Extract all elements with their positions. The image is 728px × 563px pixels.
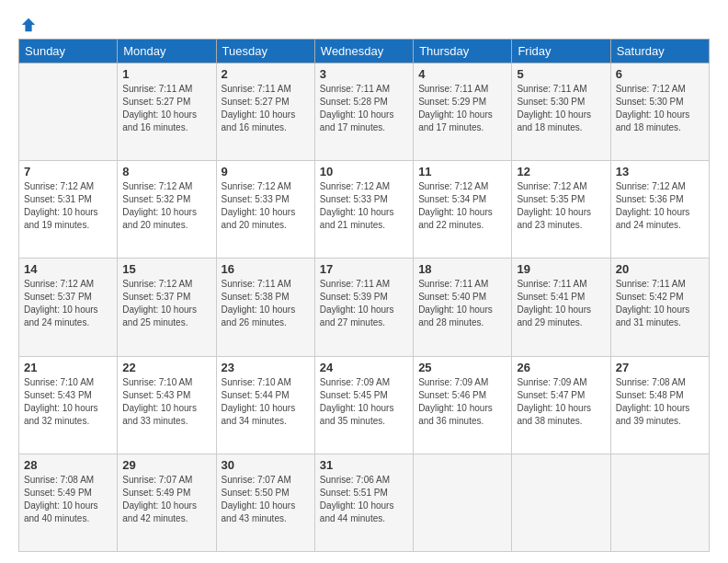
calendar-cell: 6Sunrise: 7:12 AM Sunset: 5:30 PM Daylig… [610, 63, 709, 161]
day-number: 21 [24, 361, 112, 374]
day-number: 30 [222, 458, 310, 472]
calendar-table: SundayMondayTuesdayWednesdayThursdayFrid… [18, 39, 710, 552]
calendar-cell: 8Sunrise: 7:12 AM Sunset: 5:32 PM Daylig… [118, 161, 216, 259]
day-number: 26 [517, 361, 605, 374]
day-number: 16 [222, 262, 310, 276]
day-number: 23 [222, 361, 310, 374]
calendar-day-header: Friday [512, 40, 610, 63]
day-number: 7 [24, 165, 112, 178]
calendar-cell: 30Sunrise: 7:07 AM Sunset: 5:50 PM Dayli… [216, 454, 314, 551]
calendar-cell: 14Sunrise: 7:12 AM Sunset: 5:37 PM Dayli… [19, 259, 118, 356]
calendar-cell [414, 454, 512, 551]
calendar-cell: 21Sunrise: 7:10 AM Sunset: 5:43 PM Dayli… [19, 356, 118, 454]
calendar-day-header: Saturday [610, 40, 709, 63]
calendar-cell: 15Sunrise: 7:12 AM Sunset: 5:37 PM Dayli… [118, 259, 216, 356]
day-number: 17 [320, 262, 408, 276]
calendar-week-row: 7Sunrise: 7:12 AM Sunset: 5:31 PM Daylig… [19, 161, 710, 259]
calendar-cell: 11Sunrise: 7:12 AM Sunset: 5:34 PM Dayli… [414, 161, 512, 259]
day-number: 19 [517, 262, 605, 276]
day-number: 15 [122, 262, 210, 276]
calendar-day-header: Monday [118, 40, 216, 63]
day-number: 1 [122, 67, 210, 81]
calendar-cell: 10Sunrise: 7:12 AM Sunset: 5:33 PM Dayli… [314, 161, 413, 259]
calendar-cell [610, 454, 709, 551]
day-number: 13 [616, 165, 704, 178]
day-info: Sunrise: 7:12 AM Sunset: 5:33 PM Dayligh… [320, 180, 408, 232]
day-info: Sunrise: 7:11 AM Sunset: 5:38 PM Dayligh… [222, 278, 310, 329]
day-info: Sunrise: 7:12 AM Sunset: 5:34 PM Dayligh… [418, 180, 506, 232]
calendar-cell: 18Sunrise: 7:11 AM Sunset: 5:40 PM Dayli… [414, 259, 512, 356]
day-number: 28 [24, 458, 112, 472]
day-number: 3 [320, 67, 408, 81]
day-info: Sunrise: 7:11 AM Sunset: 5:27 PM Dayligh… [222, 83, 310, 134]
day-info: Sunrise: 7:11 AM Sunset: 5:28 PM Dayligh… [320, 83, 408, 134]
day-info: Sunrise: 7:10 AM Sunset: 5:43 PM Dayligh… [24, 376, 112, 428]
day-number: 6 [616, 67, 704, 81]
calendar-cell [19, 63, 118, 161]
day-info: Sunrise: 7:11 AM Sunset: 5:39 PM Dayligh… [320, 278, 408, 329]
calendar-cell: 23Sunrise: 7:10 AM Sunset: 5:44 PM Dayli… [216, 356, 314, 454]
calendar-cell: 9Sunrise: 7:12 AM Sunset: 5:33 PM Daylig… [216, 161, 314, 259]
day-number: 22 [122, 361, 210, 374]
day-info: Sunrise: 7:11 AM Sunset: 5:29 PM Dayligh… [418, 83, 506, 134]
day-number: 27 [616, 361, 704, 374]
calendar-cell: 4Sunrise: 7:11 AM Sunset: 5:29 PM Daylig… [414, 63, 512, 161]
calendar-week-row: 14Sunrise: 7:12 AM Sunset: 5:37 PM Dayli… [19, 259, 710, 356]
day-info: Sunrise: 7:11 AM Sunset: 5:42 PM Dayligh… [616, 278, 704, 329]
day-info: Sunrise: 7:12 AM Sunset: 5:35 PM Dayligh… [517, 180, 605, 232]
calendar-cell: 25Sunrise: 7:09 AM Sunset: 5:46 PM Dayli… [414, 356, 512, 454]
calendar-cell: 31Sunrise: 7:06 AM Sunset: 5:51 PM Dayli… [314, 454, 413, 551]
day-info: Sunrise: 7:12 AM Sunset: 5:31 PM Dayligh… [24, 180, 112, 232]
day-info: Sunrise: 7:08 AM Sunset: 5:48 PM Dayligh… [616, 376, 704, 428]
day-info: Sunrise: 7:11 AM Sunset: 5:27 PM Dayligh… [122, 83, 210, 134]
calendar-cell [512, 454, 610, 551]
calendar-day-header: Tuesday [216, 40, 314, 63]
day-number: 20 [616, 262, 704, 276]
day-number: 25 [418, 361, 506, 374]
header [18, 17, 710, 29]
day-info: Sunrise: 7:09 AM Sunset: 5:46 PM Dayligh… [418, 376, 506, 428]
calendar-header-row: SundayMondayTuesdayWednesdayThursdayFrid… [19, 40, 710, 63]
calendar-day-header: Wednesday [314, 40, 413, 63]
day-number: 31 [320, 458, 408, 472]
day-info: Sunrise: 7:11 AM Sunset: 5:40 PM Dayligh… [418, 278, 506, 329]
calendar-cell: 20Sunrise: 7:11 AM Sunset: 5:42 PM Dayli… [610, 259, 709, 356]
calendar-cell: 3Sunrise: 7:11 AM Sunset: 5:28 PM Daylig… [314, 63, 413, 161]
logo-icon [20, 17, 37, 33]
day-number: 4 [418, 67, 506, 81]
calendar-day-header: Thursday [414, 40, 512, 63]
day-info: Sunrise: 7:12 AM Sunset: 5:36 PM Dayligh… [616, 180, 704, 232]
day-info: Sunrise: 7:09 AM Sunset: 5:45 PM Dayligh… [320, 376, 408, 428]
calendar-cell: 2Sunrise: 7:11 AM Sunset: 5:27 PM Daylig… [216, 63, 314, 161]
calendar-cell: 19Sunrise: 7:11 AM Sunset: 5:41 PM Dayli… [512, 259, 610, 356]
day-info: Sunrise: 7:07 AM Sunset: 5:49 PM Dayligh… [122, 474, 210, 525]
svg-marker-0 [22, 18, 35, 31]
calendar-cell: 17Sunrise: 7:11 AM Sunset: 5:39 PM Dayli… [314, 259, 413, 356]
calendar-cell: 16Sunrise: 7:11 AM Sunset: 5:38 PM Dayli… [216, 259, 314, 356]
calendar-cell: 13Sunrise: 7:12 AM Sunset: 5:36 PM Dayli… [610, 161, 709, 259]
day-info: Sunrise: 7:12 AM Sunset: 5:33 PM Dayligh… [222, 180, 310, 232]
day-number: 14 [24, 262, 112, 276]
day-number: 18 [418, 262, 506, 276]
day-info: Sunrise: 7:06 AM Sunset: 5:51 PM Dayligh… [320, 474, 408, 525]
calendar-cell: 26Sunrise: 7:09 AM Sunset: 5:47 PM Dayli… [512, 356, 610, 454]
calendar-cell: 27Sunrise: 7:08 AM Sunset: 5:48 PM Dayli… [610, 356, 709, 454]
day-number: 9 [222, 165, 310, 178]
logo [18, 17, 37, 29]
day-number: 11 [418, 165, 506, 178]
day-number: 5 [517, 67, 605, 81]
day-number: 10 [320, 165, 408, 178]
day-info: Sunrise: 7:12 AM Sunset: 5:37 PM Dayligh… [122, 278, 210, 329]
calendar-week-row: 28Sunrise: 7:08 AM Sunset: 5:49 PM Dayli… [19, 454, 710, 551]
day-number: 29 [122, 458, 210, 472]
calendar-cell: 1Sunrise: 7:11 AM Sunset: 5:27 PM Daylig… [118, 63, 216, 161]
calendar-cell: 12Sunrise: 7:12 AM Sunset: 5:35 PM Dayli… [512, 161, 610, 259]
calendar-cell: 24Sunrise: 7:09 AM Sunset: 5:45 PM Dayli… [314, 356, 413, 454]
day-number: 2 [222, 67, 310, 81]
day-info: Sunrise: 7:08 AM Sunset: 5:49 PM Dayligh… [24, 474, 112, 525]
calendar-cell: 28Sunrise: 7:08 AM Sunset: 5:49 PM Dayli… [19, 454, 118, 551]
calendar-week-row: 21Sunrise: 7:10 AM Sunset: 5:43 PM Dayli… [19, 356, 710, 454]
day-number: 8 [122, 165, 210, 178]
day-info: Sunrise: 7:09 AM Sunset: 5:47 PM Dayligh… [517, 376, 605, 428]
day-info: Sunrise: 7:11 AM Sunset: 5:30 PM Dayligh… [517, 83, 605, 134]
